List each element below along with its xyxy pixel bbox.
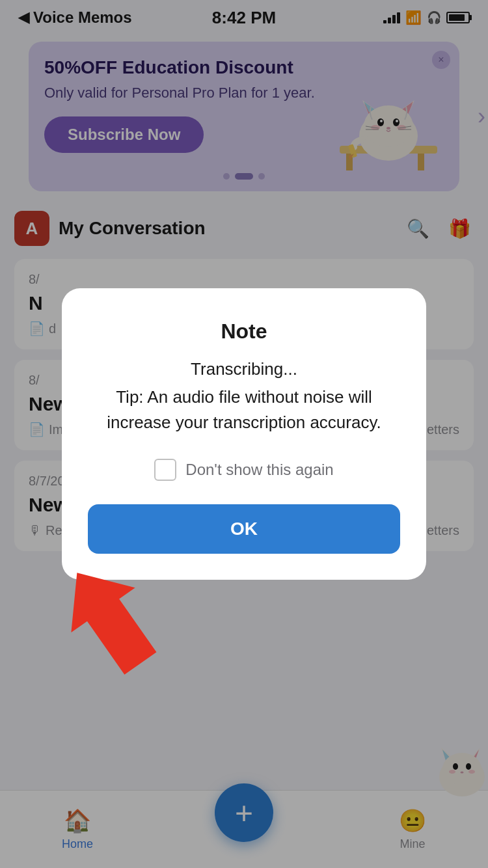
checkbox-row: Don't show this again (88, 459, 400, 481)
ok-button[interactable]: OK (88, 504, 400, 554)
dont-show-checkbox[interactable] (154, 459, 176, 481)
checkbox-label: Don't show this again (185, 461, 333, 479)
note-modal: Note Transcribing... Tip: An audio file … (62, 288, 426, 580)
svg-marker-25 (45, 556, 172, 686)
modal-title: Note (88, 319, 400, 344)
transcribing-text: Transcribing... (88, 357, 400, 382)
arrow-annotation (39, 556, 182, 686)
tip-text: Tip: An audio file without noise will in… (107, 387, 381, 432)
modal-body: Transcribing... Tip: An audio file witho… (88, 357, 400, 435)
